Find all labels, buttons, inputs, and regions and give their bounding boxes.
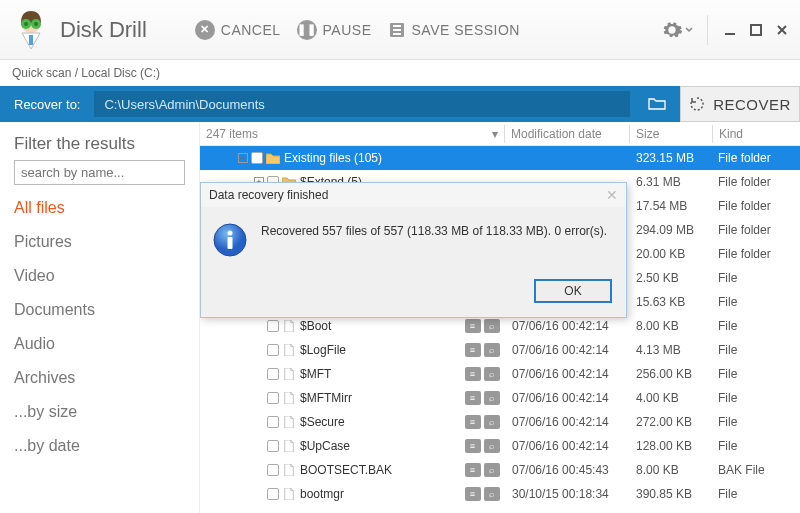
search-button[interactable]: ⌕ <box>484 415 500 429</box>
row-date: 07/06/16 00:42:14 <box>504 343 628 357</box>
maximize-button[interactable] <box>748 22 764 38</box>
filter-video[interactable]: Video <box>14 259 185 293</box>
recovery-finished-dialog: Data recovery finished ✕ Recovered 557 f… <box>200 182 627 318</box>
table-row[interactable]: $MFT≡⌕07/06/16 00:42:14256.00 KBFile <box>200 362 800 386</box>
filter-title: Filter the results <box>14 134 185 154</box>
row-date: 07/06/16 00:42:14 <box>504 319 628 333</box>
save-session-button[interactable]: SAVE SESSION <box>380 15 528 45</box>
row-checkbox[interactable] <box>267 368 279 380</box>
file-icon <box>280 392 298 404</box>
search-button[interactable]: ⌕ <box>484 343 500 357</box>
search-button[interactable]: ⌕ <box>484 391 500 405</box>
row-checkbox[interactable] <box>267 416 279 428</box>
column-header: 247 items▾ Modification date Size Kind <box>200 122 800 146</box>
file-icon <box>280 416 298 428</box>
search-button[interactable]: ⌕ <box>484 367 500 381</box>
row-size: 256.00 KB <box>628 367 710 381</box>
preview-button[interactable]: ≡ <box>465 343 481 357</box>
row-kind: File <box>710 295 800 309</box>
search-button[interactable]: ⌕ <box>484 439 500 453</box>
sort-indicator-icon[interactable]: ▾ <box>492 127 498 141</box>
dialog-ok-button[interactable]: OK <box>534 279 612 303</box>
row-size: 272.00 KB <box>628 415 710 429</box>
row-size: 2.50 KB <box>628 271 710 285</box>
pause-button[interactable]: ❚❚ PAUSE <box>289 14 380 46</box>
search-input[interactable] <box>14 160 185 185</box>
row-date: 30/10/15 00:18:34 <box>504 487 628 501</box>
recover-path-input[interactable]: C:\Users\Admin\Documents <box>94 91 630 117</box>
row-kind: File <box>710 487 800 501</box>
search-button[interactable]: ⌕ <box>484 319 500 333</box>
row-date: 07/06/16 00:42:14 <box>504 439 628 453</box>
table-row[interactable]: $MFTMirr≡⌕07/06/16 00:42:144.00 KBFile <box>200 386 800 410</box>
row-checkbox[interactable] <box>267 392 279 404</box>
cancel-button[interactable]: ✕ CANCEL <box>187 14 289 46</box>
row-checkbox[interactable] <box>267 320 279 332</box>
row-name: Existing files (105) <box>282 151 460 165</box>
row-checkbox[interactable] <box>267 464 279 476</box>
settings-button[interactable] <box>661 19 693 41</box>
table-row[interactable]: $Secure≡⌕07/06/16 00:42:14272.00 KBFile <box>200 410 800 434</box>
expand-toggle[interactable]: − <box>238 153 248 163</box>
preview-button[interactable]: ≡ <box>465 415 481 429</box>
minimize-button[interactable] <box>722 22 738 38</box>
preview-button[interactable]: ≡ <box>465 319 481 333</box>
dialog-title: Data recovery finished <box>209 188 328 202</box>
row-date: 07/06/16 00:42:14 <box>504 415 628 429</box>
search-button[interactable]: ⌕ <box>484 487 500 501</box>
preview-button[interactable]: ≡ <box>465 367 481 381</box>
file-icon <box>280 464 298 476</box>
row-checkbox[interactable] <box>251 152 263 164</box>
preview-button[interactable]: ≡ <box>465 487 481 501</box>
recover-button-label: RECOVER <box>713 96 791 113</box>
filter--by-date[interactable]: ...by date <box>14 429 185 463</box>
row-name: BOOTSECT.BAK <box>298 463 460 477</box>
recover-bar: Recover to: C:\Users\Admin\Documents REC… <box>0 86 800 122</box>
dialog-close-button[interactable]: ✕ <box>606 187 618 203</box>
items-count: 247 items <box>206 127 258 141</box>
table-row[interactable]: $UpCase≡⌕07/06/16 00:42:14128.00 KBFile <box>200 434 800 458</box>
row-kind: File <box>710 439 800 453</box>
row-checkbox[interactable] <box>267 440 279 452</box>
col-modification[interactable]: Modification date <box>505 127 629 141</box>
save-session-label: SAVE SESSION <box>412 22 520 38</box>
row-checkbox[interactable] <box>267 488 279 500</box>
row-size: 323.15 MB <box>628 151 710 165</box>
filter--by-size[interactable]: ...by size <box>14 395 185 429</box>
search-button[interactable]: ⌕ <box>484 463 500 477</box>
row-name: $LogFile <box>298 343 460 357</box>
preview-button[interactable]: ≡ <box>465 391 481 405</box>
filter-archives[interactable]: Archives <box>14 361 185 395</box>
filter-pictures[interactable]: Pictures <box>14 225 185 259</box>
table-row[interactable]: $LogFile≡⌕07/06/16 00:42:144.13 MBFile <box>200 338 800 362</box>
row-name: $UpCase <box>298 439 460 453</box>
pause-label: PAUSE <box>323 22 372 38</box>
filter-documents[interactable]: Documents <box>14 293 185 327</box>
row-size: 4.13 MB <box>628 343 710 357</box>
file-icon <box>280 320 298 332</box>
row-name: $MFT <box>298 367 460 381</box>
filter-all-files[interactable]: All files <box>14 191 185 225</box>
filter-audio[interactable]: Audio <box>14 327 185 361</box>
file-icon <box>280 440 298 452</box>
table-row[interactable]: BOOTSECT.BAK≡⌕07/06/16 00:45:438.00 KBBA… <box>200 458 800 482</box>
svg-rect-9 <box>393 33 401 35</box>
table-row[interactable]: −Existing files (105)323.15 MBFile folde… <box>200 146 800 170</box>
divider <box>707 15 708 45</box>
row-checkbox[interactable] <box>267 344 279 356</box>
save-icon <box>388 21 406 39</box>
svg-rect-7 <box>393 25 401 27</box>
col-size[interactable]: Size <box>630 127 712 141</box>
pause-icon: ❚❚ <box>297 20 317 40</box>
row-size: 6.31 MB <box>628 175 710 189</box>
recover-button[interactable]: RECOVER <box>680 86 800 122</box>
file-icon <box>280 344 298 356</box>
close-button[interactable] <box>774 22 790 38</box>
row-kind: File folder <box>710 223 800 237</box>
preview-button[interactable]: ≡ <box>465 439 481 453</box>
browse-folder-button[interactable] <box>638 96 676 113</box>
col-kind[interactable]: Kind <box>713 127 800 141</box>
preview-button[interactable]: ≡ <box>465 463 481 477</box>
table-row[interactable]: bootmgr≡⌕30/10/15 00:18:34390.85 KBFile <box>200 482 800 506</box>
row-name: $Boot <box>298 319 460 333</box>
